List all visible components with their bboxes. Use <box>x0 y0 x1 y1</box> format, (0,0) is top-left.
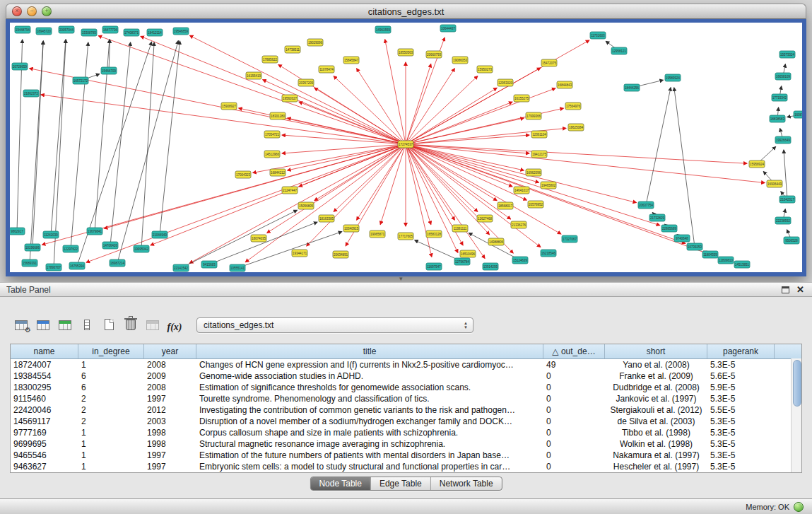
network-node[interactable]: 19546859 <box>173 28 189 35</box>
table-row[interactable]: 2242004622012Investigating the contribut… <box>11 404 801 416</box>
network-node[interactable]: 10340915 <box>343 225 359 232</box>
network-node[interactable]: 20637754 <box>638 201 654 209</box>
window-titlebar[interactable]: ×−+ citations_edges.txt <box>6 4 806 19</box>
network-node[interactable]: 18412114 <box>147 29 163 36</box>
network-node[interactable]: 19995042 <box>134 245 149 252</box>
table-row[interactable]: 977716911998Corpus callosum shape and si… <box>11 427 801 438</box>
table-row[interactable]: 1456911722003Disruption of a novel membe… <box>11 416 801 427</box>
network-node[interactable]: 12958121 <box>611 47 627 54</box>
network-node[interactable]: 16906449 <box>767 180 782 187</box>
network-node[interactable]: 19926649 <box>775 136 791 144</box>
network-node[interactable]: 16583128 <box>426 230 442 238</box>
network-node[interactable]: 15950273 <box>477 66 493 73</box>
network-node[interactable]: 15466709 <box>101 67 117 74</box>
network-node[interactable]: 19086053 <box>452 57 468 64</box>
network-node[interactable]: 9506528 <box>784 237 799 244</box>
table-row[interactable]: 911546021997Tourette syndrome. Phenomeno… <box>11 393 801 404</box>
network-node[interactable]: 15689391 <box>22 259 37 267</box>
network-node[interactable]: 9862917 <box>10 228 25 235</box>
network-node[interactable]: 19448794 <box>15 26 30 33</box>
tab-edge-table[interactable]: Edge Table <box>370 477 430 490</box>
network-node[interactable]: 15056805 <box>298 202 314 209</box>
network-node[interactable]: 16658109 <box>775 73 791 80</box>
network-node[interactable]: 17274537 <box>398 141 413 148</box>
row-height-icon[interactable] <box>77 315 97 334</box>
network-node[interactable]: 18301280 <box>270 112 286 119</box>
network-node[interactable]: 19412175 <box>531 151 547 158</box>
network-node[interactable]: 12297622 <box>63 245 78 252</box>
network-node[interactable]: 10644437 <box>440 25 456 32</box>
network-node[interactable]: 18987214 <box>110 259 125 267</box>
network-node[interactable]: 16218546 <box>541 250 556 257</box>
network-node[interactable]: 19029096 <box>307 39 323 46</box>
network-node[interactable]: 16155419 <box>246 72 261 79</box>
select-mode-icon[interactable] <box>55 316 75 334</box>
network-node[interactable]: 11731603 <box>590 32 606 39</box>
table-mode-icon[interactable]: ⚙ <box>11 316 31 334</box>
network-node[interactable]: 10739253 <box>687 243 702 250</box>
network-node[interactable]: 17885622 <box>262 56 278 63</box>
network-node[interactable]: 18945720 <box>36 28 52 35</box>
column-header-pagerank[interactable]: pagerank <box>707 344 775 358</box>
network-node[interactable]: 9415683 <box>201 261 217 268</box>
table-row[interactable]: 969969511998Structural magnetic resonanc… <box>11 438 801 450</box>
network-node[interactable]: 12361104 <box>531 131 547 138</box>
network-node[interactable]: 10555141 <box>230 264 245 271</box>
network-node[interactable]: 11078474 <box>319 66 334 73</box>
network-node[interactable]: 12953020 <box>498 79 513 86</box>
delete-column-icon[interactable] <box>121 314 141 332</box>
network-node[interactable]: 16155275 <box>514 95 529 102</box>
network-node[interactable]: 11381111 <box>452 225 468 232</box>
network-node[interactable]: 16755394 <box>69 262 85 269</box>
network-node[interactable]: 17004323 <box>235 171 251 178</box>
network-node[interactable]: 22141542 <box>173 264 189 271</box>
network-node[interactable]: 21042317 <box>779 196 795 203</box>
column-header-short[interactable]: short <box>605 344 707 358</box>
network-node[interactable]: 18550563 <box>398 49 413 56</box>
network-node[interactable]: 15845847 <box>343 57 359 64</box>
network-node[interactable]: 16844212 <box>270 169 286 176</box>
column-header-out-de-[interactable]: △ out_de… <box>543 344 605 358</box>
network-node[interactable]: 20357209 <box>298 79 314 86</box>
table-row[interactable]: 1938455462009Genome-wide association stu… <box>11 370 801 382</box>
network-node[interactable]: 18163385 <box>319 215 334 222</box>
table-row[interactable]: 946554611997Estimation of the future num… <box>11 450 801 461</box>
combo-stepper-icon[interactable]: ▲▼ <box>464 321 473 329</box>
network-node[interactable]: 17327067 <box>562 235 577 243</box>
network-node[interactable]: 18074035 <box>251 235 266 242</box>
network-node[interactable]: 17054721 <box>264 131 280 138</box>
network-node[interactable]: 16087114 <box>794 111 802 118</box>
table-row[interactable]: 946362711997Embryonic stem cells: a mode… <box>11 461 801 472</box>
network-node[interactable]: 11697547 <box>426 263 442 270</box>
network-node[interactable]: 20057044 <box>59 26 74 33</box>
tab-node-table[interactable]: Node Table <box>310 477 370 490</box>
network-node[interactable]: 17715342 <box>772 94 787 101</box>
network-node[interactable]: 17408371 <box>124 29 139 36</box>
network-node[interactable]: 20634891 <box>333 251 348 258</box>
network-node[interactable]: 14513851 <box>734 261 750 268</box>
network-node[interactable]: 19965871 <box>370 230 385 238</box>
network-node[interactable]: 18838583 <box>770 115 785 122</box>
network-node[interactable]: 14988806 <box>488 238 504 245</box>
network-node[interactable]: 14706426 <box>102 242 118 249</box>
table-selector-combo[interactable]: citations_edges.txt ▲▼ <box>196 317 473 333</box>
network-node[interactable]: 19589924 <box>665 74 681 81</box>
network-node[interactable]: 15308785 <box>81 29 97 36</box>
table-row[interactable]: 1830029562008Estimation of significance … <box>11 382 801 393</box>
network-node[interactable]: 17717605 <box>398 233 413 240</box>
table-scrollbar-thumb[interactable] <box>793 360 801 407</box>
column-header-year[interactable]: year <box>144 344 196 358</box>
zoom-button[interactable]: + <box>42 6 52 16</box>
network-node[interactable]: 16572172 <box>73 77 88 84</box>
network-node[interactable]: 9740648 <box>674 235 690 242</box>
tab-network-table[interactable]: Network Table <box>430 477 502 490</box>
function-builder-icon[interactable]: f(x) <box>165 318 184 337</box>
network-node[interactable]: 17893707 <box>46 264 61 271</box>
network-node[interactable]: 21862372 <box>23 90 39 97</box>
network-node[interactable]: 16962096 <box>526 169 541 176</box>
network-node[interactable]: 21732829 <box>649 214 665 221</box>
network-node[interactable]: 22885689 <box>661 225 677 232</box>
splitter-handle[interactable]: ▾ <box>399 275 403 282</box>
network-node[interactable]: 10196686 <box>25 244 40 251</box>
table-scrollbar[interactable] <box>791 358 801 472</box>
